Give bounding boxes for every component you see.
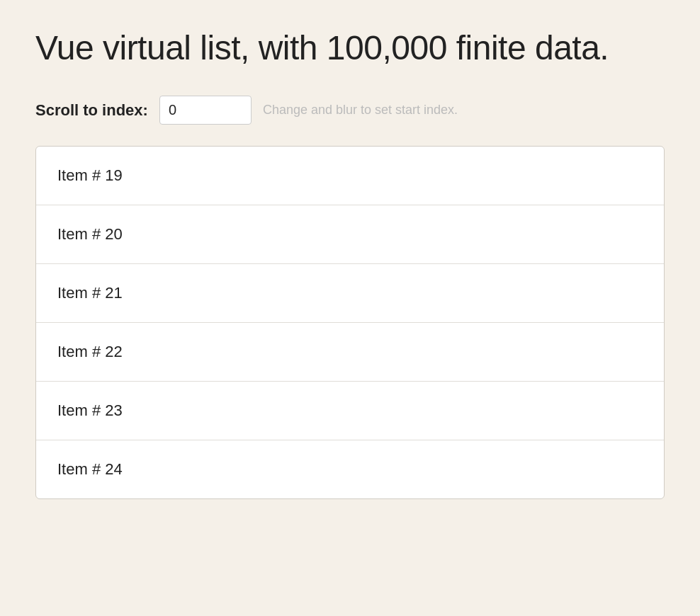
virtual-list: Item # 19Item # 20Item # 21Item # 22Item… <box>35 146 665 499</box>
scroll-control: Scroll to index: Change and blur to set … <box>35 96 665 125</box>
list-item: Item # 19 <box>36 147 664 205</box>
list-item: Item # 23 <box>36 382 664 440</box>
scroll-index-input[interactable] <box>159 96 252 125</box>
list-item: Item # 24 <box>36 440 664 498</box>
list-item: Item # 22 <box>36 323 664 382</box>
list-item: Item # 20 <box>36 205 664 264</box>
scroll-label: Scroll to index: <box>35 101 148 120</box>
list-item: Item # 21 <box>36 264 664 323</box>
scroll-hint: Change and blur to set start index. <box>263 103 458 118</box>
page-title: Vue virtual list, with 100,000 finite da… <box>35 28 665 67</box>
